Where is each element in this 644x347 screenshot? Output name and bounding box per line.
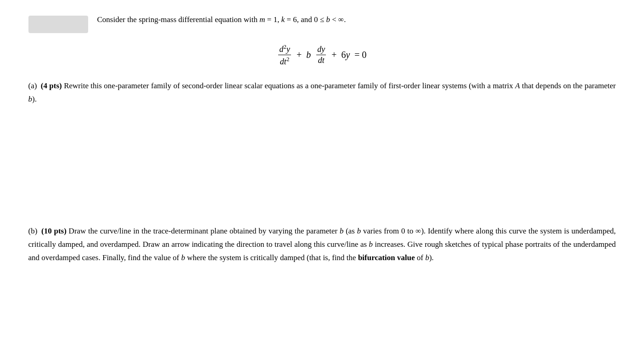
intro-section: Consider the spring-mass differential eq… (28, 14, 616, 33)
part-b-label: (b) (10 pts) Draw the curve/line in the … (28, 225, 616, 265)
param-b-b3: b (369, 240, 373, 249)
part-b-points: (10 pts) (41, 227, 67, 235)
plus-sign-1: + (297, 50, 302, 60)
blurred-name-box (28, 16, 88, 33)
equation-display: d2y dt2 + b dy dt + 6y = 0 (277, 43, 366, 67)
part-a-section: (a) (4 pts) Rewrite this one-parameter f… (28, 80, 616, 212)
param-b: b (326, 15, 330, 24)
fraction-d2y-dt2: d2y dt2 (278, 43, 291, 67)
matrix-A: A (515, 81, 520, 90)
fraction-dy-num: dy (316, 45, 326, 55)
equals-zero: = 0 (354, 50, 366, 60)
param-b-b4: b (181, 253, 185, 262)
part-a-label: (a) (4 pts) Rewrite this one-parameter f… (28, 80, 616, 106)
page-content: Consider the spring-mass differential eq… (28, 14, 616, 264)
part-b-letter: (b) (28, 225, 38, 238)
param-k: k (281, 15, 285, 24)
param-b-b2: b (357, 227, 361, 235)
param-m: m (259, 15, 265, 24)
part-a-letter: (a) (28, 80, 37, 93)
intro-text: Consider the spring-mass differential eq… (97, 14, 346, 26)
six-y-term: 6y (341, 50, 350, 60)
fraction-dy-dt: dy dt (316, 45, 326, 65)
param-b-b5: b (425, 253, 429, 262)
fraction-denominator: dt2 (279, 55, 291, 67)
param-b-coeff: b (306, 50, 311, 60)
equation-block: d2y dt2 + b dy dt + 6y = 0 (28, 43, 616, 67)
fraction-dy-den: dt (317, 55, 325, 65)
part-b-section: (b) (10 pts) Draw the curve/line in the … (28, 225, 616, 265)
bifurcation-value-label: bifurcation value (358, 253, 415, 262)
part-a-points: (4 pts) (41, 81, 62, 90)
part-a-answer-space (28, 106, 616, 212)
param-b-b1: b (340, 227, 344, 235)
plus-sign-2: + (331, 50, 336, 60)
fraction-numerator: d2y (278, 43, 291, 55)
param-b-a: b (28, 95, 33, 103)
